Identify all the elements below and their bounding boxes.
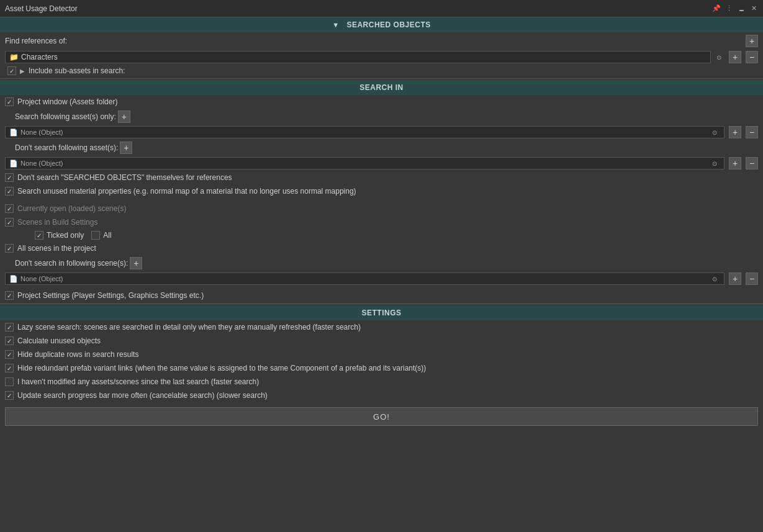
hide-redundant-label: Hide redundant prefab variant links (whe… bbox=[17, 364, 426, 372]
project-window-row: Project window (Assets folder) bbox=[0, 95, 763, 109]
calculate-unused-checkbox[interactable] bbox=[5, 336, 14, 345]
find-references-label: Find references of: bbox=[5, 37, 67, 45]
sub-assets-checkbox[interactable] bbox=[7, 66, 16, 75]
field-picker-1[interactable]: ⊙ bbox=[709, 127, 720, 138]
hide-redundant-checkbox[interactable] bbox=[5, 364, 14, 372]
settings-header: SETTINGS bbox=[0, 305, 763, 320]
field-picker-2[interactable]: ⊙ bbox=[709, 158, 720, 169]
search-unused-material-label: Search unused material properties (e.g. … bbox=[17, 187, 356, 196]
characters-folder-row: 📁 Characters ⊙ + − bbox=[0, 50, 763, 65]
ticked-only-label: Ticked only bbox=[47, 231, 84, 240]
dont-search-themselves-label: Don't search "SEARCHED OBJECTS" themselv… bbox=[17, 173, 232, 182]
project-window-wrap: Project window (Assets folder) bbox=[5, 97, 758, 106]
ticked-only-radio[interactable] bbox=[35, 231, 43, 240]
hide-duplicate-row: Hide duplicate rows in search results bbox=[0, 348, 763, 361]
lazy-scene-label: Lazy scene search: scenes are searched i… bbox=[17, 323, 361, 331]
hide-redundant-row: Hide redundant prefab variant links (whe… bbox=[0, 361, 763, 375]
app-title: Asset Usage Detector bbox=[5, 4, 78, 13]
divider-1 bbox=[0, 78, 763, 79]
characters-field-text: Characters bbox=[21, 53, 58, 61]
add-none-obj-1-button[interactable]: + bbox=[729, 126, 741, 138]
dont-search-scenes-field[interactable]: 📄 None (Object) ⊙ bbox=[5, 273, 725, 285]
hide-duplicate-checkbox[interactable] bbox=[5, 350, 14, 359]
dont-search-scenes-field-row: 📄 None (Object) ⊙ + − bbox=[0, 271, 763, 286]
calculate-unused-label: Calculate unused objects bbox=[17, 336, 101, 345]
project-settings-checkbox[interactable] bbox=[5, 291, 14, 300]
dont-search-themselves-checkbox[interactable] bbox=[5, 173, 14, 182]
search-unused-material-row: Search unused material properties (e.g. … bbox=[0, 184, 763, 198]
remove-character-button[interactable]: − bbox=[746, 51, 758, 63]
all-scenes-row: All scenes in the project bbox=[0, 241, 763, 255]
search-following-field-row: 📄 None (Object) ⊙ + − bbox=[0, 125, 763, 140]
none-object-text-3: None (Object) bbox=[20, 275, 707, 282]
currently-open-label: Currently open (loaded) scene(s) bbox=[17, 204, 126, 213]
ticked-only-row: Ticked only All bbox=[0, 229, 763, 241]
field-picker-3[interactable]: ⊙ bbox=[709, 273, 720, 284]
window-controls: 📌 ⋮ 🗕 ✕ bbox=[712, 4, 758, 13]
search-following-field[interactable]: 📄 None (Object) ⊙ bbox=[5, 126, 725, 138]
havent-modified-checkbox[interactable] bbox=[5, 377, 14, 386]
ticked-only-option: Ticked only bbox=[35, 231, 84, 240]
dont-search-following-row: Don't search following asset(s): + bbox=[0, 140, 763, 156]
triangle-icon: ▶ bbox=[20, 68, 25, 74]
project-window-checkbox[interactable] bbox=[5, 97, 14, 106]
dont-search-scenes-label: Don't search in following scene(s): bbox=[15, 259, 128, 268]
none-object-text-1: None (Object) bbox=[20, 128, 707, 136]
pin-icon[interactable]: 📌 bbox=[712, 4, 721, 13]
searched-objects-header: ▼ SEARCHED OBJECTS bbox=[0, 17, 763, 32]
characters-field[interactable]: 📁 Characters bbox=[5, 51, 711, 63]
add-none-obj-3-button[interactable]: + bbox=[729, 273, 741, 285]
update-progress-checkbox[interactable] bbox=[5, 391, 14, 400]
folder-icon: 📁 bbox=[9, 53, 19, 61]
find-references-row: Find references of: + bbox=[0, 32, 763, 50]
go-button[interactable]: GO! bbox=[5, 407, 758, 426]
havent-modified-label: I haven't modified any assets/scenes sin… bbox=[17, 377, 259, 386]
hide-duplicate-label: Hide duplicate rows in search results bbox=[17, 350, 138, 359]
project-window-label: Project window (Assets folder) bbox=[17, 97, 117, 106]
dont-search-field[interactable]: 📄 None (Object) ⊙ bbox=[5, 157, 725, 169]
all-scenes-label: All scenes in the project bbox=[17, 244, 96, 253]
lazy-scene-checkbox[interactable] bbox=[5, 323, 14, 331]
menu-icon[interactable]: ⋮ bbox=[725, 4, 733, 13]
scenes-build-checkbox[interactable] bbox=[5, 218, 14, 227]
currently-open-row: Currently open (loaded) scene(s) bbox=[0, 202, 763, 215]
project-settings-row: Project Settings (Player Settings, Graph… bbox=[0, 289, 763, 302]
add-character-button[interactable]: + bbox=[729, 51, 741, 63]
none-object-text-2: None (Object) bbox=[20, 160, 707, 167]
search-following-label: Search following asset(s) only: bbox=[15, 112, 116, 121]
file-icon-1: 📄 bbox=[9, 128, 18, 137]
titlebar: Asset Usage Detector 📌 ⋮ 🗕 ✕ bbox=[0, 0, 763, 17]
all-option: All bbox=[91, 231, 111, 240]
all-label: All bbox=[103, 231, 111, 240]
characters-picker-icon[interactable]: ⊙ bbox=[713, 52, 725, 63]
update-progress-row: Update search progress bar more often (c… bbox=[0, 389, 763, 402]
main-content: ▼ SEARCHED OBJECTS Find references of: +… bbox=[0, 17, 763, 532]
add-none-obj-2-button[interactable]: + bbox=[729, 157, 741, 169]
scenes-build-settings-row: Scenes in Build Settings bbox=[0, 215, 763, 229]
update-progress-label: Update search progress bar more often (c… bbox=[17, 391, 268, 400]
remove-none-obj-1-button[interactable]: − bbox=[746, 126, 758, 138]
dont-search-themselves-row: Don't search "SEARCHED OBJECTS" themselv… bbox=[0, 171, 763, 184]
add-dont-search-button[interactable]: + bbox=[120, 142, 132, 154]
project-settings-label: Project Settings (Player Settings, Graph… bbox=[17, 291, 204, 300]
remove-none-obj-3-button[interactable]: − bbox=[746, 273, 758, 285]
all-radio[interactable] bbox=[91, 231, 100, 240]
add-dont-search-scenes-button[interactable]: + bbox=[130, 257, 142, 269]
file-icon-3: 📄 bbox=[9, 275, 18, 283]
divider-2 bbox=[0, 304, 763, 304]
search-unused-material-checkbox[interactable] bbox=[5, 187, 14, 196]
file-icon-2: 📄 bbox=[9, 160, 18, 168]
all-scenes-checkbox[interactable] bbox=[5, 244, 14, 253]
minimize-icon[interactable]: 🗕 bbox=[737, 4, 746, 13]
dont-search-following-label: Don't search following asset(s): bbox=[15, 143, 118, 152]
lazy-scene-row: Lazy scene search: scenes are searched i… bbox=[0, 320, 763, 334]
currently-open-checkbox[interactable] bbox=[5, 204, 14, 213]
add-reference-button[interactable]: + bbox=[746, 35, 758, 47]
calculate-unused-row: Calculate unused objects bbox=[0, 334, 763, 348]
add-search-following-button[interactable]: + bbox=[118, 110, 130, 123]
sub-assets-label: Include sub-assets in search: bbox=[29, 66, 125, 75]
dont-search-field-row: 📄 None (Object) ⊙ + − bbox=[0, 156, 763, 171]
remove-none-obj-2-button[interactable]: − bbox=[746, 157, 758, 169]
search-following-row: Search following asset(s) only: + bbox=[0, 109, 763, 125]
close-icon[interactable]: ✕ bbox=[749, 4, 758, 13]
